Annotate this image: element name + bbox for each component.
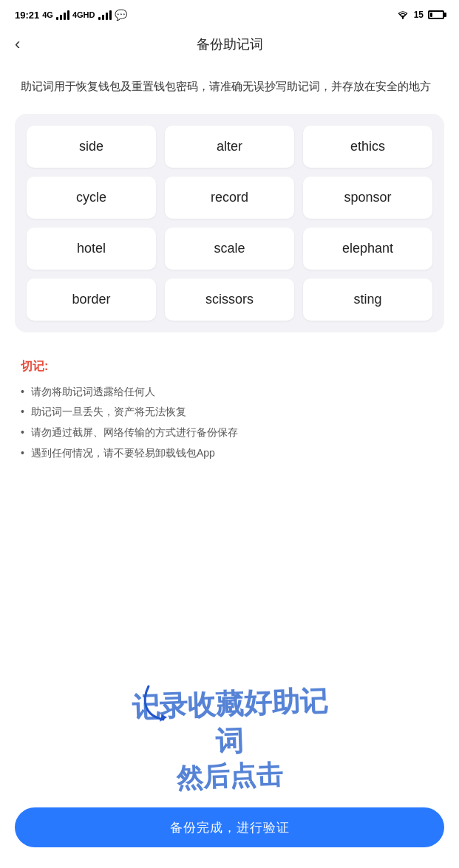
warning-title: 切记: [21,359,438,375]
mnemonic-word-11: scissors [165,278,294,321]
mnemonic-grid: sidealterethicscyclerecordsponsorhotelsc… [27,126,432,321]
status-left: 19:21 4G 4GHD 💬 [15,9,127,21]
mnemonic-word-1: side [27,126,156,168]
page-title: 备份助记词 [197,35,263,53]
battery-label: 15 [414,10,424,20]
signal-bars-1 [56,10,69,20]
description-text: 助记词用于恢复钱包及重置钱包密码，请准确无误抄写助记词，并存放在安全的地方 [0,62,459,111]
svg-marker-1 [160,714,167,722]
handwriting-text-line1: 记录收藏好助记 [131,683,329,727]
mnemonic-word-3: ethics [303,126,432,168]
signal-4g1: 4G [42,10,53,19]
mnemonic-word-12: sting [303,278,432,321]
bottom-button-area: 备份完成，进行验证 [15,807,444,847]
warning-item-4: 遇到任何情况，请不要轻易卸载钱包App [21,445,438,462]
warning-section: 切记: 请勿将助记词透露给任何人助记词一旦丢失，资产将无法恢复请勿通过截屏、网络… [0,347,459,480]
confirm-button[interactable]: 备份完成，进行验证 [15,807,444,847]
arrow-icon [134,679,193,723]
mnemonic-word-8: scale [165,228,294,270]
mnemonic-word-2: alter [165,126,294,168]
status-bar: 19:21 4G 4GHD 💬 15 [0,0,459,27]
mnemonic-word-10: border [27,278,156,321]
wifi-icon [396,10,409,20]
back-button[interactable]: ‹ [15,36,20,52]
status-time: 19:21 [15,10,39,21]
mnemonic-word-5: record [165,177,294,219]
mnemonic-word-6: sponsor [303,177,432,219]
mnemonic-word-4: cycle [27,177,156,219]
warning-item-2: 助记词一旦丢失，资产将无法恢复 [21,403,438,421]
battery-icon [428,10,444,19]
wechat-icon: 💬 [115,9,127,21]
handwriting-overlay: 记录收藏好助记 词 然后点击 [89,686,370,794]
status-right: 15 [396,10,444,20]
signal-bars-2 [98,10,112,20]
signal-4ghd: 4GHD [72,10,95,19]
mnemonic-word-9: elephant [303,228,432,270]
handwriting-text-line3: 然后点击 [176,758,284,796]
handwriting-text-line2: 词 [89,718,370,765]
warning-item-1: 请勿将助记词透露给任何人 [21,383,438,401]
page-header: ‹ 备份助记词 [0,27,459,62]
mnemonic-word-7: hotel [27,228,156,270]
mnemonic-container: sidealterethicscyclerecordsponsorhotelsc… [15,114,444,332]
warning-list: 请勿将助记词透露给任何人助记词一旦丢失，资产将无法恢复请勿通过截屏、网络传输的方… [21,383,438,462]
warning-item-3: 请勿通过截屏、网络传输的方式进行备份保存 [21,424,438,442]
svg-point-0 [402,18,404,19]
